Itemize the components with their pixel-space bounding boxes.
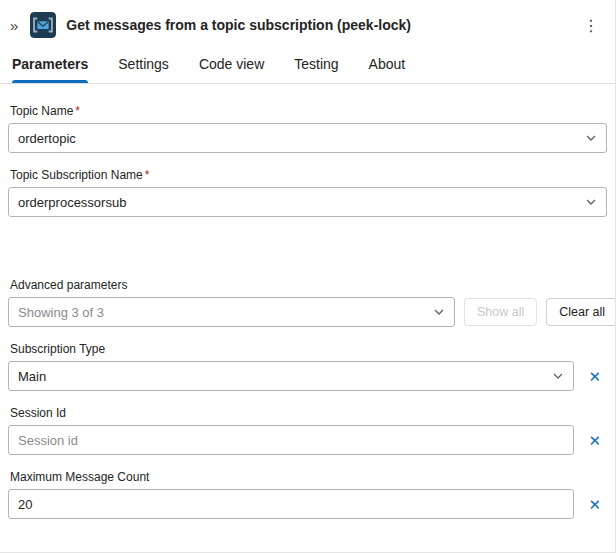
required-asterisk: * <box>145 168 150 182</box>
tab-testing[interactable]: Testing <box>294 56 338 83</box>
tab-bar: Parameters Settings Code view Testing Ab… <box>0 48 615 84</box>
topic-name-label: Topic Name* <box>10 104 607 118</box>
topic-name-label-text: Topic Name <box>10 104 73 118</box>
tab-parameters[interactable]: Parameters <box>12 56 88 83</box>
remove-maximum-message-count-icon[interactable]: ✕ <box>574 495 607 514</box>
chevron-down-icon <box>552 370 564 382</box>
service-bus-icon <box>30 12 56 38</box>
subscription-type-row: Main ✕ <box>8 361 607 391</box>
session-id-input[interactable] <box>8 425 574 455</box>
remove-session-id-icon[interactable]: ✕ <box>574 431 607 450</box>
chevron-down-icon <box>585 196 597 208</box>
advanced-parameters-dropdown[interactable]: Showing 3 of 3 <box>8 297 455 327</box>
maximum-message-count-input[interactable] <box>8 489 574 519</box>
subscription-type-dropdown[interactable]: Main <box>8 361 574 391</box>
advanced-parameters-label: Advanced parameters <box>10 278 607 292</box>
tab-settings[interactable]: Settings <box>118 56 169 83</box>
parameters-panel: Topic Name* ordertopic Topic Subscriptio… <box>0 84 615 519</box>
maximum-message-count-row: ✕ <box>8 489 607 519</box>
tab-code-view[interactable]: Code view <box>199 56 264 83</box>
topic-subscription-name-label: Topic Subscription Name* <box>10 168 607 182</box>
remove-subscription-type-icon[interactable]: ✕ <box>574 367 607 386</box>
session-id-row: ✕ <box>8 425 607 455</box>
clear-all-button[interactable]: Clear all <box>546 298 616 326</box>
collapse-panel-icon[interactable]: » <box>6 17 22 34</box>
action-title: Get messages from a topic subscription (… <box>66 17 411 33</box>
subscription-type-label: Subscription Type <box>10 342 607 356</box>
topic-name-value: ordertopic <box>18 131 76 146</box>
chevron-down-icon <box>433 306 445 318</box>
topic-subscription-name-value: orderprocessorsub <box>18 195 126 210</box>
topic-subscription-name-dropdown[interactable]: orderprocessorsub <box>8 187 607 217</box>
more-menu-icon[interactable]: ⋮ <box>575 16 607 35</box>
topic-subscription-name-label-text: Topic Subscription Name <box>10 168 143 182</box>
panel-header: » Get messages from a topic subscription… <box>0 0 615 48</box>
advanced-parameters-row: Showing 3 of 3 Show all Clear all <box>8 297 607 327</box>
tab-about[interactable]: About <box>369 56 406 83</box>
topic-name-dropdown[interactable]: ordertopic <box>8 123 607 153</box>
required-asterisk: * <box>75 104 80 118</box>
maximum-message-count-label: Maximum Message Count <box>10 470 607 484</box>
section-gap <box>8 217 607 263</box>
session-id-label: Session Id <box>10 406 607 420</box>
show-all-button[interactable]: Show all <box>464 298 537 326</box>
chevron-down-icon <box>585 132 597 144</box>
subscription-type-value: Main <box>18 369 46 384</box>
advanced-parameters-dropdown-value: Showing 3 of 3 <box>18 305 104 320</box>
